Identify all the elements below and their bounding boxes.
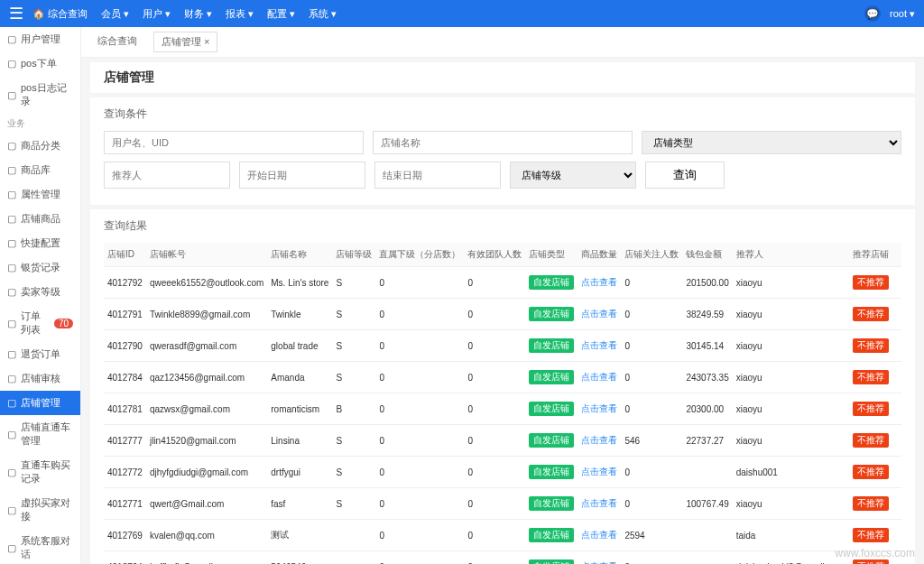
sidebar-item[interactable]: ▢订单列表70 bbox=[0, 304, 80, 342]
sidebar-icon: ▢ bbox=[7, 542, 16, 554]
sidebar-badge: 70 bbox=[54, 319, 73, 328]
nav-config[interactable]: 配置 ▾ bbox=[267, 7, 295, 21]
cell-goods[interactable]: 点击查看 bbox=[578, 551, 621, 565]
cell-level: B bbox=[332, 393, 375, 425]
sidebar-icon: ▢ bbox=[7, 467, 16, 478]
cell-id: 4012781 bbox=[104, 393, 146, 425]
cell-id: 4012772 bbox=[104, 457, 146, 488]
cell-goods[interactable]: 点击查看 bbox=[578, 299, 621, 330]
sidebar-item[interactable]: ▢店铺商品 bbox=[0, 207, 80, 231]
shop-type-select[interactable]: 店铺类型 bbox=[642, 131, 901, 154]
cell-account: qwerasdf@gmail.com bbox=[146, 330, 267, 362]
sidebar-label: 直通车购买记录 bbox=[21, 458, 73, 485]
sidebar-item[interactable]: ▢属性管理 bbox=[0, 182, 80, 207]
cell-referrer: xiaoyu bbox=[733, 488, 849, 520]
cell-team: 0 bbox=[464, 393, 525, 425]
sidebar-label: 卖家等级 bbox=[21, 285, 60, 299]
sidebar-label: 商品库 bbox=[21, 163, 51, 177]
col-header: 店铺ID bbox=[104, 243, 146, 267]
cell-name: 测试 bbox=[267, 520, 332, 551]
cell-team: 0 bbox=[464, 267, 525, 299]
chat-icon[interactable]: 💬 bbox=[864, 5, 881, 22]
sidebar-item[interactable]: ▢系统客服对话 bbox=[0, 529, 80, 564]
cell-goods[interactable]: 点击查看 bbox=[578, 520, 621, 551]
sidebar-item[interactable]: ▢卖家等级 bbox=[0, 280, 80, 304]
cell-name: drtfygui bbox=[267, 457, 332, 488]
cell-type: 自发店铺 bbox=[525, 393, 578, 425]
sidebar-item[interactable]: ▢退货订单 bbox=[0, 342, 80, 366]
cell-referrer: xiaoyu bbox=[733, 267, 849, 299]
cell-goods[interactable]: 点击查看 bbox=[578, 425, 621, 457]
sidebar-item[interactable]: ▢商品分类 bbox=[0, 134, 80, 158]
cell-wallet: 100767.49 bbox=[682, 488, 732, 520]
sidebar-icon: ▢ bbox=[7, 213, 16, 225]
cell-account: hgffhgfh@gmail.com bbox=[146, 551, 267, 565]
cell-goods[interactable]: 点击查看 bbox=[578, 457, 621, 488]
cell-type: 自发店铺 bbox=[525, 520, 578, 551]
sidebar-item[interactable]: ▢店铺管理 bbox=[0, 391, 80, 415]
cell-sub: 0 bbox=[375, 393, 464, 425]
end-date-input[interactable] bbox=[374, 162, 501, 189]
cell-sub: 0 bbox=[375, 330, 464, 362]
table-row: 4012777jlin41520@gmail.comLinsinaS00自发店铺… bbox=[104, 425, 901, 457]
nav-finance[interactable]: 财务 ▾ bbox=[184, 7, 212, 21]
sidebar-icon: ▢ bbox=[7, 262, 16, 273]
user-menu[interactable]: root ▾ bbox=[890, 8, 915, 20]
cell-wallet: 243073.35 bbox=[682, 362, 732, 393]
col-header: 推荐人 bbox=[733, 243, 849, 267]
sidebar-item[interactable]: ▢店铺审核 bbox=[0, 366, 80, 391]
main-area: 综合查询 店铺管理 × 店铺管理 查询条件 店铺类型 店铺等级 查询 查询结果 bbox=[81, 27, 924, 564]
sidebar-item[interactable]: ▢直通车购买记录 bbox=[0, 453, 80, 491]
cell-name: Ms. Lin's store bbox=[267, 267, 332, 299]
table-row: 4012771qwert@Gmail.comfasfS00自发店铺点击查看010… bbox=[104, 488, 901, 520]
sidebar-label: 店铺管理 bbox=[21, 396, 60, 410]
sidebar-item[interactable]: ▢快捷配置 bbox=[0, 231, 80, 255]
cell-team: 0 bbox=[464, 299, 525, 330]
shop-level-select[interactable]: 店铺等级 bbox=[510, 162, 636, 189]
cell-fans: 0 bbox=[621, 457, 682, 488]
sidebar-label: 用户管理 bbox=[21, 32, 60, 46]
referrer-input[interactable] bbox=[104, 162, 230, 189]
cell-name: global trade bbox=[267, 330, 332, 362]
cell-goods[interactable]: 点击查看 bbox=[578, 330, 621, 362]
sidebar-item[interactable]: ▢店铺直通车管理 bbox=[0, 415, 80, 453]
nav-home[interactable]: 🏠 综合查询 bbox=[32, 7, 88, 21]
cell-team: 0 bbox=[464, 425, 525, 457]
shop-name-input[interactable] bbox=[373, 131, 633, 154]
cell-level: S bbox=[332, 267, 375, 299]
cell-goods[interactable]: 点击查看 bbox=[578, 488, 621, 520]
tab-dashboard[interactable]: 综合查询 bbox=[90, 32, 144, 52]
col-header: 店铺关注人数 bbox=[621, 243, 682, 267]
cell-goods[interactable]: 点击查看 bbox=[578, 393, 621, 425]
cell-team: 0 bbox=[464, 551, 525, 565]
nav-member[interactable]: 会员 ▾ bbox=[101, 7, 129, 21]
search-button[interactable]: 查询 bbox=[645, 162, 725, 189]
sidebar-item[interactable]: ▢银货记录 bbox=[0, 255, 80, 280]
nav-report[interactable]: 报表 ▾ bbox=[226, 7, 254, 21]
sidebar-item[interactable]: ▢用户管理 bbox=[0, 27, 80, 51]
nav-system[interactable]: 系统 ▾ bbox=[309, 7, 337, 21]
nav-user[interactable]: 用户 ▾ bbox=[143, 7, 171, 21]
start-date-input[interactable] bbox=[239, 162, 365, 189]
sidebar-label: 属性管理 bbox=[21, 188, 60, 201]
cell-type: 自发店铺 bbox=[525, 362, 578, 393]
cell-type: 自发店铺 bbox=[525, 551, 578, 565]
cell-team: 0 bbox=[464, 520, 525, 551]
sidebar-item[interactable]: ▢pos下单 bbox=[0, 51, 80, 76]
cell-goods[interactable]: 点击查看 bbox=[578, 362, 621, 393]
cell-wallet: 20300.00 bbox=[682, 393, 732, 425]
cell-wallet: 38249.59 bbox=[682, 299, 732, 330]
tab-shop-manage[interactable]: 店铺管理 × bbox=[153, 32, 217, 52]
cell-type: 自发店铺 bbox=[525, 299, 578, 330]
cell-referrer: xiaoyu bbox=[733, 425, 849, 457]
uid-input[interactable] bbox=[104, 131, 364, 154]
sidebar-label: 快捷配置 bbox=[21, 236, 60, 250]
menu-toggle-icon[interactable]: ☰ bbox=[9, 4, 23, 23]
sidebar-item[interactable]: ▢pos日志记录 bbox=[0, 76, 80, 114]
sidebar-label: 系统客服对话 bbox=[21, 534, 73, 561]
sidebar: ▢用户管理▢pos下单▢pos日志记录业务▢商品分类▢商品库▢属性管理▢店铺商品… bbox=[0, 27, 81, 564]
sidebar-item[interactable]: ▢商品库 bbox=[0, 158, 80, 182]
sidebar-item[interactable]: ▢虚拟买家对接 bbox=[0, 491, 80, 529]
cell-team: 0 bbox=[464, 488, 525, 520]
cell-goods[interactable]: 点击查看 bbox=[578, 267, 621, 299]
